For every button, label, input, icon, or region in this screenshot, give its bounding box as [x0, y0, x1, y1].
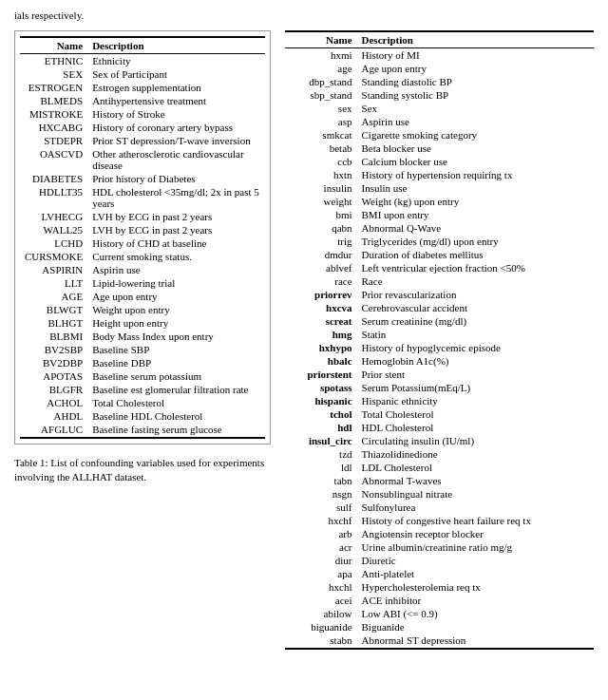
left-table-row: ESTROGENEstrogen supplementation: [20, 81, 265, 94]
left-row-desc: Age upon entry: [87, 290, 265, 303]
left-table-row: SEXSex of Participant: [20, 67, 265, 81]
left-row-name: BLHGT: [20, 316, 87, 330]
left-table-row: LLTLipid-lowering trial: [20, 276, 265, 290]
right-row-desc: Weight (kg) upon entry: [357, 195, 594, 208]
right-table-row: diurDiuretic: [285, 554, 594, 567]
right-row-name: hdl: [285, 421, 357, 434]
left-row-desc: LVH by ECG in past 2 years: [87, 210, 265, 223]
right-table-row: hxchfHistoty of congestive heart failure…: [285, 514, 594, 527]
left-row-desc: Ethnicity: [87, 54, 265, 68]
right-row-name: hxmi: [285, 48, 357, 63]
right-col-desc-header: Description: [357, 31, 594, 48]
left-table-row: HDLLT35HDL cholesterol <35mg/dl; 2x in p…: [20, 185, 265, 210]
right-row-name: screat: [285, 314, 357, 328]
left-table-row: BLWGTWeight upon entry: [20, 303, 265, 316]
right-table-row: tcholTotal Cholesterol: [285, 407, 594, 421]
left-row-desc: Prior ST depression/T-wave inversion: [87, 134, 265, 147]
right-row-name: hxcva: [285, 301, 357, 314]
right-col-name-header: Name: [285, 31, 357, 48]
table-caption: Table 1: List of confounding variables u…: [14, 456, 271, 485]
right-row-desc: Angiotensin receptor blocker: [357, 527, 594, 540]
left-row-name: LVHECG: [20, 210, 87, 223]
right-table-row: dbp_standStanding diastolic BP: [285, 75, 594, 88]
left-row-name: LCHD: [20, 236, 87, 250]
right-row-name: sbp_stand: [285, 88, 357, 102]
left-col-desc-header: Description: [87, 37, 265, 54]
right-table-row: insul_circCirculating insulin (IU/ml): [285, 434, 594, 447]
right-row-name: race: [285, 274, 357, 288]
right-table-row: apaAnti-platelet: [285, 567, 594, 580]
right-row-name: biguanide: [285, 620, 357, 634]
left-table-row: CURSMOKECurrent smoking status.: [20, 250, 265, 263]
right-table-header-row: Name Description: [285, 31, 594, 48]
right-table-row: ccbCalcium blocker use: [285, 155, 594, 168]
left-row-name: DIABETES: [20, 172, 87, 185]
right-row-desc: Low ABI (<= 0.9): [357, 607, 594, 620]
right-table-row: hxtnHistory of hypertension requiring tx: [285, 168, 594, 181]
right-row-name: insulin: [285, 181, 357, 195]
right-row-desc: History of hypertension requiring tx: [357, 168, 594, 181]
left-table-row: OASCVDOther atherosclerotic cardiovascul…: [20, 147, 265, 172]
right-row-desc: Urine albumin/creatinine ratio mg/g: [357, 540, 594, 554]
right-row-name: bmi: [285, 208, 357, 221]
left-table-row: ETHNICEthnicity: [20, 54, 265, 68]
right-table-row: biguanideBiguanide: [285, 620, 594, 634]
right-table-row: acrUrine albumin/creatinine ratio mg/g: [285, 540, 594, 554]
left-table-row: HXCABGHistory of coronary artery bypass: [20, 121, 265, 134]
left-table-row: BLGFRBaseline est glomerular filtration …: [20, 383, 265, 396]
right-row-name: sulf: [285, 501, 357, 514]
left-row-desc: Prior history of Diabetes: [87, 172, 265, 185]
right-row-name: apa: [285, 567, 357, 580]
right-table-row: sexSex: [285, 102, 594, 115]
right-table-row: bmiBMI upon entry: [285, 208, 594, 221]
left-row-name: ACHOL: [20, 396, 87, 409]
left-row-name: BV2DBP: [20, 356, 87, 369]
right-table-row: aceiACE inhibitor: [285, 594, 594, 607]
right-table-row: priorrevPrior revascularization: [285, 288, 594, 301]
left-table: Name Description ETHNICEthnicitySEXSex o…: [20, 36, 265, 439]
right-table-row: weightWeight (kg) upon entry: [285, 195, 594, 208]
right-table-row: stabnAbnormal ST depression: [285, 634, 594, 649]
left-row-name: STDEPR: [20, 134, 87, 147]
right-row-desc: Calcium blocker use: [357, 155, 594, 168]
right-table-row: betabBeta blocker use: [285, 142, 594, 155]
right-row-name: betab: [285, 142, 357, 155]
intro-text: ials respectively.: [14, 9, 594, 21]
left-table-header-row: Name Description: [20, 37, 265, 54]
right-row-desc: BMI upon entry: [357, 208, 594, 221]
right-table-row: hxchlHypercholesterolemia req tx: [285, 580, 594, 594]
right-row-name: ccb: [285, 155, 357, 168]
left-row-name: BLWGT: [20, 303, 87, 316]
left-table-row: LVHECGLVH by ECG in past 2 years: [20, 210, 265, 223]
left-row-desc: Baseline HDL Cholesterol: [87, 409, 265, 423]
left-row-desc: Current smoking status.: [87, 250, 265, 263]
right-row-desc: Abnormal Q-Wave: [357, 221, 594, 235]
right-table-row: dmdurDuration of diabetes mellitus: [285, 248, 594, 261]
right-row-name: insul_circ: [285, 434, 357, 447]
left-table-row: AHDLBaseline HDL Cholesterol: [20, 409, 265, 423]
right-row-name: asp: [285, 115, 357, 128]
right-table-row: hmgStatin: [285, 328, 594, 341]
left-row-name: AFGLUC: [20, 423, 87, 438]
right-row-name: stabn: [285, 634, 357, 649]
right-row-name: hmg: [285, 328, 357, 341]
right-section: Name Description hxmiHistory of MIageAge…: [285, 30, 594, 650]
right-row-desc: Triglycerides (mg/dl) upon entry: [357, 235, 594, 248]
right-row-desc: Prior stent: [357, 368, 594, 381]
right-row-desc: Hemoglobin A1c(%): [357, 354, 594, 368]
right-table-row: ablvefLeft ventricular ejection fraction…: [285, 261, 594, 274]
right-row-name: age: [285, 62, 357, 75]
right-row-desc: Hypercholesterolemia req tx: [357, 580, 594, 594]
right-table-row: tabnAbnormal T-waves: [285, 474, 594, 487]
right-table-row: hxhypoHistory of hypoglycemic episode: [285, 341, 594, 354]
right-row-desc: Biguanide: [357, 620, 594, 634]
right-row-name: hispanic: [285, 394, 357, 407]
left-row-name: BV2SBP: [20, 343, 87, 356]
right-row-name: weight: [285, 195, 357, 208]
left-table-row: STDEPRPrior ST depression/T-wave inversi…: [20, 134, 265, 147]
left-row-desc: Height upon entry: [87, 316, 265, 330]
right-row-desc: Prior revascularization: [357, 288, 594, 301]
right-table-row: arbAngiotensin receptor blocker: [285, 527, 594, 540]
right-table-row: ageAge upon entry: [285, 62, 594, 75]
left-row-desc: Total Cholesterol: [87, 396, 265, 409]
